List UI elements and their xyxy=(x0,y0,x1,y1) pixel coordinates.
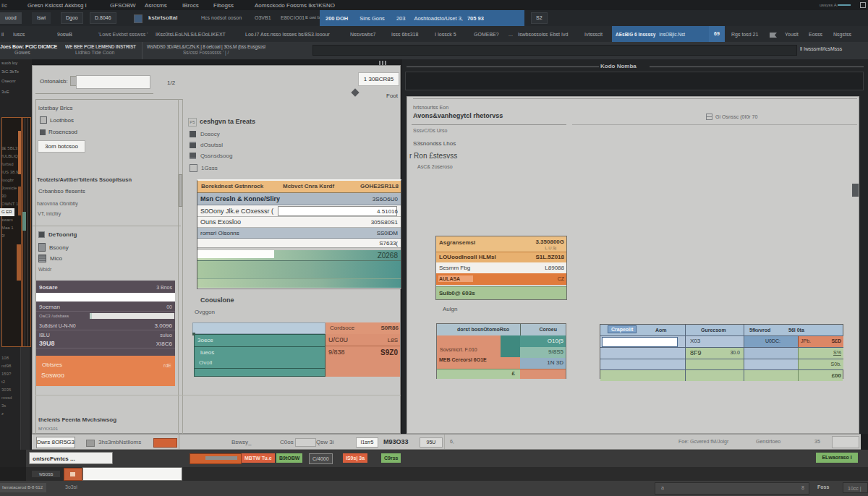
grid-input[interactable] xyxy=(602,337,678,347)
blue-toolbar-item[interactable]: 200 DOH xyxy=(326,15,348,22)
window-grid-icon[interactable] xyxy=(860,2,866,8)
ribbon-item[interactable]: IKsc0tsLEoLNLS/LEOoLIKEXT xyxy=(156,32,226,37)
table-row[interactable]: Ouns Exosloo 305S80S1 xyxy=(197,217,401,228)
status-box[interactable] xyxy=(295,438,316,447)
content-list-item[interactable]: Qssnsdsoog xyxy=(190,153,232,159)
ribbon-blue-item[interactable]: AEsBIG 6 Inssssy xyxy=(616,32,655,37)
ribbon-item[interactable]: Loo.I7 Ass.nsso Issses bs/8S3.Iooour xyxy=(245,32,330,37)
checkbox-icon[interactable] xyxy=(40,116,47,124)
sidebar-item[interactable]: Loothbos xyxy=(40,116,74,124)
toolbar-label[interactable]: O3VB1 xyxy=(255,15,271,20)
chip-right[interactable]: ELwaoraso I xyxy=(816,453,858,463)
menu-item[interactable]: Gresn Kslcsst Akkbsg I xyxy=(27,2,87,9)
toolbar-label[interactable]: IO01 xyxy=(294,15,305,20)
search-button[interactable]: 1 30BCR85 xyxy=(358,72,399,86)
toolbar-label[interactable]: ksbrtsoltal xyxy=(148,14,177,21)
ribbon-right-item[interactable]: Eosss xyxy=(809,32,822,37)
toolbar-button[interactable]: uood xyxy=(0,12,22,24)
status-swatch[interactable] xyxy=(153,438,177,448)
ribbon-right-item[interactable]: Rgs tosd 21 xyxy=(731,32,758,37)
right-scrollbar-thumb[interactable] xyxy=(852,184,859,197)
sidebar-link[interactable]: Crbanbso ffesents xyxy=(38,188,85,194)
blue-toolbar-item[interactable]: Aoshtoadsto/Uset 3, xyxy=(414,15,463,22)
sidebar-link[interactable]: VT, intcltry xyxy=(38,211,61,216)
chip[interactable]: MBTW Tu.e xyxy=(242,453,275,463)
toolbar-end-button[interactable]: S2 xyxy=(531,12,548,24)
chip[interactable]: C9rss xyxy=(381,453,401,463)
tab[interactable]: WE BEE PCIE LEMEND INSTRIST Lidhko Tide … xyxy=(65,42,139,59)
sidebar-link[interactable]: harovnna Obnibtly xyxy=(37,201,78,206)
ribbon-blue-badge[interactable]: 69 xyxy=(709,26,725,42)
sidebar-tool[interactable]: Bsoony xyxy=(38,243,69,252)
status-field[interactable]: I1srr5 xyxy=(356,437,378,448)
menu-item[interactable]: GFSOBW xyxy=(110,2,136,9)
ribbon-item[interactable]: Iuscs xyxy=(13,32,25,37)
ribbon-item[interactable]: I Iossck 5 xyxy=(435,32,456,37)
status-checkbox[interactable] xyxy=(86,440,95,447)
ribbon-right-item[interactable]: Youslt xyxy=(785,32,799,37)
blue-toolbar-item[interactable]: Sins Gons xyxy=(359,15,385,22)
bottom-tab[interactable]: onlsrcFvntcs ... xyxy=(29,452,113,464)
stats-input[interactable] xyxy=(36,293,175,302)
ribbon-item[interactable]: Ivtsssclt xyxy=(584,32,603,37)
page-icon xyxy=(38,243,46,252)
ribbon-item[interactable]: 9oswB xyxy=(57,32,72,37)
input-row-button[interactable] xyxy=(64,468,82,481)
ribbon-item[interactable]: 'Lows Evkbst ssswss ' xyxy=(98,32,148,37)
sidebar-tool[interactable]: Wbidr xyxy=(38,267,51,272)
sidebar-tool[interactable]: Mico xyxy=(38,255,62,262)
table-row[interactable]: S7633( xyxy=(197,239,401,247)
status-badge[interactable]: 95U xyxy=(420,437,443,448)
table-row-total[interactable]: Z0268 xyxy=(197,250,401,260)
doc-line: S3snondss Lhos xyxy=(413,140,456,147)
content-list-item[interactable]: dOsutssl xyxy=(190,142,223,148)
bottom-field[interactable]: a 8 xyxy=(655,482,809,495)
sidebar-tool[interactable]: DeToonrlg xyxy=(38,231,77,238)
cell-input[interactable] xyxy=(197,250,274,258)
sidebar-button[interactable]: 3om botcsoo xyxy=(38,140,85,153)
menu-item[interactable]: Fibogss xyxy=(213,2,234,9)
table-row[interactable]: S0Oony Jlk.e COxesssr ( 4.51016 xyxy=(197,205,401,217)
blue-toolbar-item[interactable]: 705 93 xyxy=(467,15,484,22)
chip[interactable]: IS9s| 3a xyxy=(343,453,367,463)
sidebar-item[interactable]: Rosencsod xyxy=(40,129,77,135)
bottom-right-box[interactable]: 10cc | xyxy=(843,482,868,493)
toolbar-label[interactable]: E80C xyxy=(281,15,294,20)
combo-input[interactable] xyxy=(76,75,150,89)
toolbar-button[interactable]: Dgoo xyxy=(61,12,83,24)
content-list-item[interactable]: Dosocy xyxy=(190,131,220,137)
window-dash-icon[interactable] xyxy=(838,4,851,6)
menu-item[interactable]: Asrcsms xyxy=(145,2,167,9)
menu-item[interactable]: Aomsckodo Fossms Iks'IKSNO xyxy=(255,2,335,9)
ribbon-right-item[interactable]: Nsgstss xyxy=(833,32,851,37)
input-row-field[interactable] xyxy=(82,467,182,481)
ribbon-item[interactable]: il xyxy=(1,32,4,37)
menu-item[interactable]: Ilc xyxy=(1,2,7,9)
grid-header-selected[interactable]: Crapeolit xyxy=(608,325,637,333)
status-endbox[interactable] xyxy=(832,436,859,448)
toolbar-button[interactable]: D.8046 xyxy=(90,12,116,24)
ribbon-item[interactable]: Iswbsossolss xyxy=(518,32,548,37)
status-button[interactable]: Dwrs 8OR5G3 xyxy=(36,437,75,448)
toolbar-icon[interactable] xyxy=(134,14,142,23)
sidebar-scrollbar[interactable] xyxy=(178,99,183,435)
tab-active[interactable]: Joes Bow: PCIC DICMCE Gowes xyxy=(0,42,62,59)
chip[interactable]: B9tOBW xyxy=(276,453,302,463)
content-list-item[interactable]: 1Gsss xyxy=(190,164,218,172)
ribbon-item[interactable]: GOMEBE? xyxy=(474,32,499,37)
table-row[interactable]: Msn Cresln & Konne/Sliry 3S6O6U0 xyxy=(197,193,401,205)
menu-item[interactable]: IBrocs xyxy=(182,2,199,9)
chip[interactable]: C/4000 xyxy=(309,453,333,464)
toolbar-label[interactable]: Hcs nodsot ooson xyxy=(201,15,242,20)
ribbon-item[interactable]: Ebst Ivd xyxy=(550,32,568,37)
ribbon-item[interactable]: Nssvswbs7 xyxy=(350,32,375,37)
ribbon-item[interactable]: ... xyxy=(509,32,513,37)
ribbon-blue-item[interactable]: InsOBjlc.Nst xyxy=(659,32,685,37)
tab[interactable]: WsNDS0 3D/AEL&/CZN.K | 8 oelcoal | 3Gs.M… xyxy=(142,42,312,59)
bottom-foss[interactable]: Foss xyxy=(817,484,829,489)
ribbon-item[interactable]: Isss 6bs318 xyxy=(391,32,418,37)
toolbar-button[interactable]: Iswi xyxy=(32,12,51,24)
scrollbar-thumb[interactable] xyxy=(179,174,182,207)
blue-toolbar-item[interactable]: 203 xyxy=(396,15,406,22)
table-row[interactable]: romsrl Olsonns SS0lDM xyxy=(197,228,401,239)
